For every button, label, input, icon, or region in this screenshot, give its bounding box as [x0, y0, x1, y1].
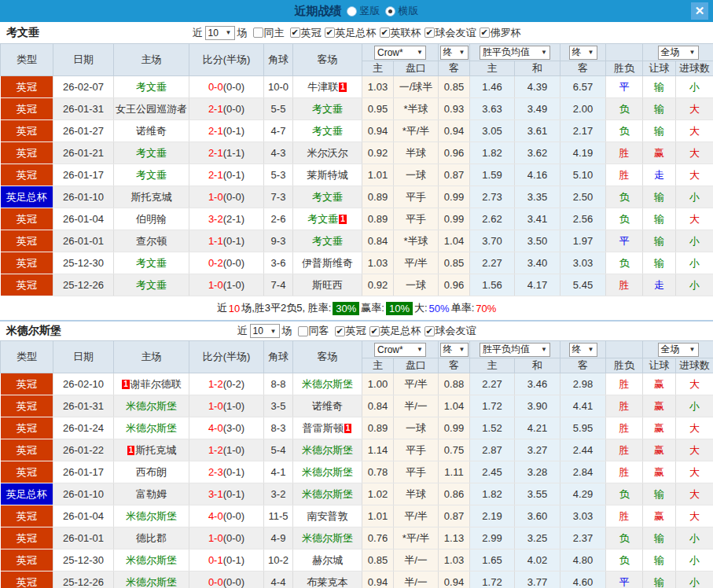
match-count-select[interactable]: 10 ▼: [205, 26, 235, 40]
result-goals: 小: [676, 186, 713, 208]
full-time-score: 3-2: [208, 213, 223, 225]
same-venue-filter[interactable]: 同客: [298, 324, 329, 338]
away-team-cell: 米德尔斯堡: [293, 483, 362, 505]
near-label: 近: [237, 324, 248, 338]
handicap-home-odds: 0.94: [362, 571, 394, 588]
half-time-score: (2-1): [223, 213, 244, 225]
period-select[interactable]: 全场 ▼: [658, 46, 699, 60]
summary-part: 10%: [386, 302, 413, 315]
home-team-cell: 考文垂: [114, 274, 189, 296]
match-date: 25-12-30: [53, 252, 114, 274]
layout-vertical-radio[interactable]: 竖版: [347, 4, 380, 18]
match-date: 26-01-17: [53, 461, 114, 483]
match-count-select[interactable]: 10 ▼: [250, 324, 280, 338]
same-venue-checkbox[interactable]: [253, 28, 263, 38]
corners: 3-6: [264, 252, 293, 274]
corners: 7-3: [264, 186, 293, 208]
home-team: 女王公园巡游者: [116, 103, 187, 115]
handicap-away-odds: 0.85: [439, 76, 470, 98]
layout-horizontal-radio[interactable]: 横版: [385, 4, 419, 18]
league-filter[interactable]: 英足总杯: [369, 324, 421, 338]
same-venue-filter[interactable]: 同主: [253, 26, 285, 40]
match-type: 英冠: [1, 252, 53, 274]
results-table: 类型 日期 主场 比分(半场) 角球 客场 Crow* ▼ 终: [0, 340, 713, 588]
league-checkbox[interactable]: [380, 28, 390, 38]
league-checkbox[interactable]: [290, 28, 300, 38]
match-count-value: 10: [253, 325, 263, 336]
score-cell: 1-0(0-0): [189, 527, 264, 549]
score-cell: 1-0(1-0): [189, 274, 264, 296]
odds-stage-select-1[interactable]: 终 ▼: [440, 46, 469, 60]
odds-lose: 2.84: [560, 461, 606, 483]
odds-stage-select-2[interactable]: 终 ▼: [569, 343, 597, 357]
odds-lose: 4.80: [560, 549, 606, 571]
sub-col-lose: 客: [560, 61, 606, 76]
odds-win: 2.19: [470, 505, 515, 527]
odds-lose: 3.03: [560, 252, 606, 274]
away-team-cell: 米德尔斯堡: [293, 373, 362, 395]
titlebar: 近期战绩 竖版 横版 ✕: [0, 0, 713, 22]
result-wdl: 负: [606, 120, 643, 142]
league-filter[interactable]: 英联杯: [380, 26, 421, 40]
league-filter[interactable]: 球会友谊: [424, 324, 476, 338]
half-time-score: (0-0): [223, 532, 244, 544]
unit-label: 场: [237, 26, 248, 40]
odds-lose: 1.97: [560, 230, 606, 252]
table-row: 英冠 26-01-21 考文垂 2-1(1-1) 4-3 米尔沃尔 0.92 半…: [1, 142, 713, 164]
match-date: 26-02-07: [53, 76, 114, 98]
handicap-line: 平/半: [394, 373, 439, 395]
result-handicap: 输: [643, 76, 676, 98]
odds-win: 1.72: [470, 571, 515, 588]
period-select[interactable]: 全场 ▼: [658, 343, 699, 357]
handicap-line: *半球: [394, 230, 439, 252]
odds-stage-select-1[interactable]: 终 ▼: [440, 343, 469, 357]
close-icon[interactable]: ✕: [691, 2, 708, 20]
league-filter[interactable]: 英冠: [335, 324, 366, 338]
handicap-away-odds: 0.93: [439, 98, 470, 120]
result-wdl: 胜: [606, 373, 643, 395]
layout-horizontal-label: 横版: [399, 4, 419, 18]
chevron-down-icon: ▼: [689, 346, 696, 353]
handicap-away-odds: 0.99: [439, 186, 470, 208]
match-date: 26-01-27: [53, 120, 114, 142]
handicap-away-odds: 1.04: [439, 230, 470, 252]
handicap-line: 半/一: [394, 395, 439, 417]
corners: 4-7: [264, 120, 293, 142]
match-date: 26-01-24: [53, 417, 114, 439]
league-checkbox[interactable]: [335, 326, 345, 336]
league-checkbox[interactable]: [424, 326, 435, 336]
home-team: 米德尔斯堡: [126, 400, 177, 412]
match-date: 26-01-04: [53, 208, 114, 230]
bookmaker-select[interactable]: Crow* ▼: [374, 46, 426, 60]
result-handicap: 赢: [643, 439, 676, 461]
league-filter[interactable]: 佛罗杯: [480, 26, 521, 40]
same-venue-label: 同客: [309, 324, 329, 338]
handicap-line: 平手: [394, 439, 439, 461]
bookmaker-select[interactable]: Crow* ▼: [374, 343, 426, 357]
odds-stage-select-2[interactable]: 终 ▼: [569, 46, 597, 60]
col-score: 比分(半场): [189, 44, 264, 76]
result-wdl: 胜: [606, 461, 643, 483]
same-venue-checkbox[interactable]: [298, 326, 308, 336]
league-filter[interactable]: 英足总杯: [325, 26, 377, 40]
home-team-cell: 考文垂: [114, 142, 189, 164]
results-table: 类型 日期 主场 比分(半场) 角球 客场 Crow* ▼ 终: [0, 43, 713, 296]
league-checkbox[interactable]: [480, 28, 490, 38]
result-handicap: 赢: [643, 505, 676, 527]
result-handicap: 赢: [643, 142, 676, 164]
sub-col-handicap-result: 让球: [643, 61, 676, 76]
away-team-cell: 米尔沃尔: [293, 142, 362, 164]
result-handicap: 输: [643, 120, 676, 142]
league-filter[interactable]: 英冠: [290, 26, 322, 40]
match-type: 英冠: [1, 571, 53, 588]
league-checkbox[interactable]: [424, 28, 435, 38]
away-team: 斯旺西: [312, 279, 343, 291]
avg-odds-select[interactable]: 胜平负均值 ▼: [480, 343, 550, 357]
odds-win: 1.46: [470, 76, 515, 98]
home-team: 查尔顿: [136, 235, 167, 247]
league-checkbox[interactable]: [325, 28, 335, 38]
league-checkbox[interactable]: [369, 326, 380, 336]
sub-col-win: 主: [470, 358, 515, 373]
league-filter[interactable]: 球会友谊: [424, 26, 476, 40]
avg-odds-select[interactable]: 胜平负均值 ▼: [480, 46, 550, 60]
